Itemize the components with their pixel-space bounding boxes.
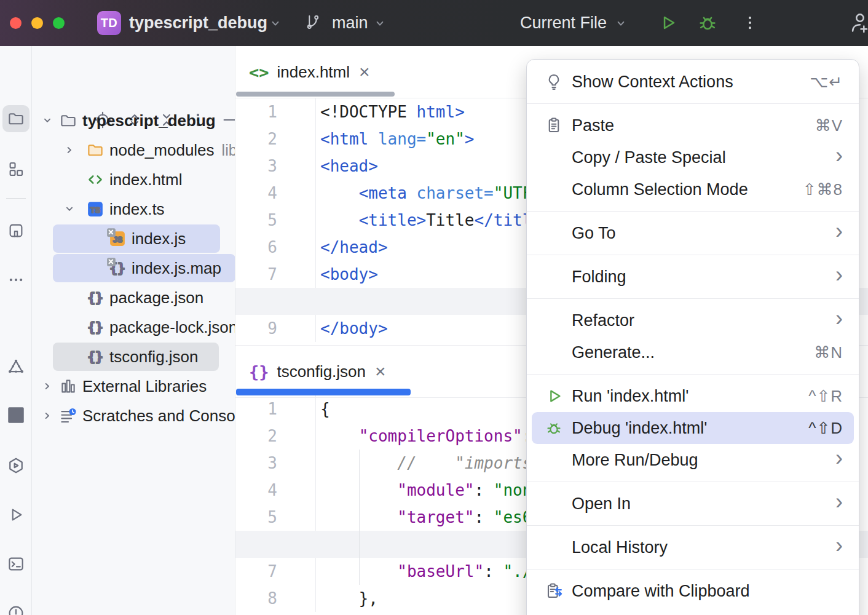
line-number[interactable]: 5 <box>235 504 316 531</box>
tool-stripe-button-graphql[interactable] <box>2 354 30 381</box>
tree-item-package-lock-json[interactable]: {}package-lock.json <box>32 312 235 342</box>
line-number[interactable]: 5 <box>235 207 316 234</box>
code-text[interactable]: { <box>316 395 330 423</box>
line-number[interactable]: 7 <box>235 261 316 288</box>
debug-button[interactable] <box>696 12 719 34</box>
chevron-right-icon[interactable] <box>61 142 77 158</box>
menu-item-folding[interactable]: Folding› <box>527 261 859 293</box>
menu-item-label: Debug 'index.html' <box>572 419 808 438</box>
chevron-right-icon[interactable] <box>39 378 55 394</box>
tab-index-html[interactable]: <> index.html × <box>249 46 371 98</box>
stripe-divider <box>6 198 26 199</box>
tree-item-index-html[interactable]: index.html <box>32 165 235 194</box>
code-text[interactable]: "compilerOptions": { <box>316 423 551 450</box>
menu-item-show-context-actions[interactable]: Show Context Actions⌥↵ <box>527 66 859 98</box>
project-badge[interactable]: TD <box>97 11 121 35</box>
project-tool-window: typescript_debugnode_moduleslibrary root… <box>32 46 235 615</box>
project-switcher[interactable]: typescript_debug <box>129 0 267 46</box>
line-number[interactable]: 8 <box>235 585 316 612</box>
services-icon <box>6 456 26 475</box>
tool-stripe-button-components[interactable] <box>2 156 30 183</box>
menu-item-more-run-debug[interactable]: More Run/Debug› <box>527 444 859 476</box>
run-configuration-selector[interactable]: Current File <box>520 0 607 46</box>
tool-stripe-button-typescript-tool[interactable]: TS <box>2 402 30 429</box>
svg-text:TS: TS <box>90 206 100 215</box>
tool-stripe-button-more-horizontal[interactable] <box>2 266 30 293</box>
code-text[interactable]: <html lang="en"> <box>316 125 474 153</box>
tool-stripe-button-run-tool[interactable] <box>2 501 30 528</box>
line-number[interactable]: 1 <box>235 395 316 423</box>
tree-item-tsconfig-json[interactable]: {}tsconfig.json <box>32 342 235 371</box>
tree-item-label: package.json <box>109 283 203 312</box>
menu-item-run-index-html[interactable]: Run 'index.html'^⇧R <box>527 380 859 412</box>
menu-item-local-history[interactable]: Local History› <box>527 531 859 563</box>
line-number[interactable]: 3 <box>235 153 316 180</box>
close-window-button[interactable] <box>10 17 22 29</box>
menu-item-column-selection-mode[interactable]: Column Selection Mode⇧⌘8 <box>527 173 859 205</box>
menu-item-copy-paste-special[interactable]: Copy / Paste Special› <box>527 141 859 173</box>
tree-item-external-libraries[interactable]: External Libraries <box>32 371 235 401</box>
line-number[interactable]: 4 <box>235 477 316 504</box>
code-text[interactable]: // "imports <box>316 450 532 477</box>
paste-icon <box>545 116 563 135</box>
menu-item-compare-with-clipboard[interactable]: Compare with Clipboard <box>527 575 859 607</box>
minimize-window-button[interactable] <box>31 17 43 29</box>
line-number[interactable]: 2 <box>235 423 316 450</box>
tab-scrollbar-thumb[interactable] <box>236 92 395 97</box>
zoom-window-button[interactable] <box>53 17 65 29</box>
code-text[interactable]: }, <box>316 585 378 612</box>
tree-item-node-modules[interactable]: node_moduleslibrary root <box>32 135 235 165</box>
code-text[interactable]: "target": "es6", <box>316 504 551 531</box>
menu-item-open-in[interactable]: Open In› <box>527 488 859 520</box>
chevron-right-icon[interactable] <box>39 408 55 424</box>
code-text[interactable]: <title>Title</title> <box>316 207 551 234</box>
close-icon[interactable]: × <box>374 362 387 381</box>
compare-clipboard-icon <box>545 582 563 600</box>
tree-item-label: External Libraries <box>82 371 207 401</box>
menu-item-debug-index-html[interactable]: Debug 'index.html'^⇧D <box>532 412 854 444</box>
tool-stripe-button-problems[interactable] <box>2 600 30 615</box>
line-number[interactable]: 4 <box>235 180 316 207</box>
tree-item-index-js-map[interactable]: {}index.js.map <box>32 253 235 283</box>
close-icon[interactable]: × <box>358 63 371 81</box>
line-number[interactable]: 3 <box>235 450 316 477</box>
menu-item-go-to[interactable]: Go To› <box>527 217 859 249</box>
line-number[interactable]: 6 <box>235 234 316 261</box>
submenu-chevron-icon: › <box>835 156 843 159</box>
chevron-down-icon[interactable] <box>39 113 55 129</box>
tree-item-typescript-debug[interactable]: typescript_debug <box>32 106 235 135</box>
menu-item-paste[interactable]: Paste⌘V <box>527 109 859 141</box>
line-number[interactable]: 1 <box>235 98 316 125</box>
html-file-icon: <> <box>249 63 269 82</box>
menu-divider <box>527 569 859 569</box>
code-text[interactable]: <head> <box>316 153 378 180</box>
tree-item-scratches-and-consoles[interactable]: Scratches and Consoles <box>32 401 235 430</box>
code-text[interactable]: "module": "none", <box>316 477 561 504</box>
folder-icon <box>7 109 25 128</box>
menu-item-refactor[interactable]: Refactor› <box>527 304 859 336</box>
code-text[interactable]: <body> <box>316 261 378 288</box>
tool-stripe-button-terminal[interactable] <box>2 550 30 577</box>
code-text[interactable]: <!DOCTYPE html> <box>316 98 465 125</box>
tree-item-package-json[interactable]: {}package.json <box>32 283 235 312</box>
line-number[interactable]: 7 <box>235 558 316 585</box>
line-number[interactable]: 9 <box>235 315 316 342</box>
line-number[interactable]: 2 <box>235 125 316 153</box>
tool-stripe-button-folder[interactable] <box>2 105 30 132</box>
branch-selector[interactable]: main <box>332 0 368 46</box>
json-file-icon: {} <box>86 347 105 366</box>
menu-item-generate[interactable]: Generate...⌘N <box>527 336 859 368</box>
code-text[interactable]: </body> <box>316 315 388 342</box>
code-text[interactable]: "baseUrl": "./", <box>316 558 551 585</box>
add-user-button[interactable] <box>846 11 868 34</box>
run-button[interactable] <box>658 13 677 33</box>
chevron-down-icon[interactable] <box>61 201 77 217</box>
tree-item-index-ts[interactable]: TSindex.ts <box>32 194 235 224</box>
more-actions-button[interactable] <box>741 14 759 32</box>
menu-item-shortcut: ⇧⌘8 <box>803 180 843 199</box>
code-text[interactable]: </head> <box>316 234 388 261</box>
tool-stripe-button-services[interactable] <box>2 452 30 479</box>
submenu-chevron-icon: › <box>835 231 843 235</box>
tool-stripe-button-bookmarks[interactable] <box>2 217 30 244</box>
tree-item-index-js[interactable]: JSindex.js <box>32 224 235 253</box>
